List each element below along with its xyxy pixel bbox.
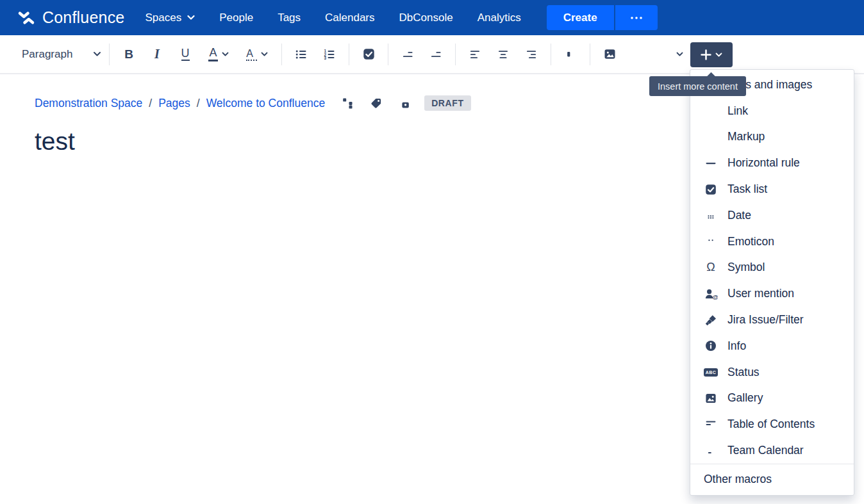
outdent-icon — [401, 48, 414, 61]
text-color-dropdown[interactable]: A — [199, 42, 238, 67]
insert-link-button[interactable] — [624, 42, 652, 67]
more-formatting-icon: A — [246, 47, 257, 61]
editor-toolbar: Paragraph B I U A A 1 2 3 — [0, 35, 864, 74]
numbered-list-button[interactable]: 1 2 3 — [315, 42, 344, 67]
menu-item-table-of-contents[interactable]: Table of Contents — [690, 411, 854, 437]
page-layout-icon — [564, 47, 577, 61]
markup-icon — [704, 131, 718, 143]
redo-icon — [776, 49, 791, 60]
chevron-down-icon — [261, 52, 268, 57]
menu-item-gallery[interactable]: Gallery — [690, 386, 854, 412]
toolbar-divider — [455, 44, 456, 65]
menu-item-info[interactable]: Info — [690, 333, 854, 359]
breadcrumb-space-link[interactable]: Demonstration Space — [35, 97, 142, 110]
menu-item-label: Status — [727, 366, 760, 379]
menu-item-label: Horizontal rule — [727, 156, 800, 170]
nav-item-label: Spaces — [145, 12, 181, 24]
chevron-down-icon — [715, 53, 722, 58]
underline-icon: U — [181, 47, 190, 61]
create-button[interactable]: Create — [547, 5, 614, 30]
insert-table-dropdown[interactable] — [652, 42, 690, 67]
align-left-button[interactable] — [461, 42, 489, 67]
unlock-icon[interactable] — [399, 97, 411, 110]
chevron-down-icon — [222, 52, 229, 57]
confluence-home-link[interactable]: Confluence — [17, 8, 124, 28]
menu-item-team-calendar[interactable]: Team Calendar — [690, 437, 854, 464]
info-icon — [704, 339, 718, 352]
insert-image-button[interactable] — [595, 42, 624, 67]
table-icon — [659, 47, 672, 61]
align-right-button[interactable] — [517, 42, 545, 67]
page-tree-icon[interactable] — [342, 97, 354, 110]
italic-button[interactable]: I — [143, 42, 171, 67]
emoticon-icon — [704, 235, 718, 248]
symbol-omega-icon: Ω — [704, 261, 718, 274]
menu-item-task-list[interactable]: Task list — [690, 176, 854, 202]
toolbar-divider — [590, 44, 590, 65]
confluence-logo-icon — [17, 8, 36, 28]
insert-more-content-tooltip: Insert more content — [649, 76, 746, 96]
plus-icon — [701, 49, 711, 60]
menu-item-symbol[interactable]: Ω Symbol — [690, 255, 854, 281]
undo-button[interactable] — [740, 42, 768, 67]
menu-item-emoticon[interactable]: Emoticon — [690, 229, 854, 255]
menu-item-label: Info — [727, 339, 746, 353]
menu-item-horizontal-rule[interactable]: Horizontal rule — [690, 150, 854, 176]
svg-text:3: 3 — [324, 56, 327, 60]
outdent-button[interactable] — [394, 42, 422, 67]
menu-item-label: Table of Contents — [727, 418, 815, 431]
bold-button[interactable]: B — [115, 42, 143, 67]
paragraph-style-dropdown[interactable]: Paragraph — [19, 42, 104, 67]
more-formatting-dropdown[interactable]: A — [238, 42, 276, 67]
bullet-list-icon — [295, 48, 308, 61]
menu-item-label: Task list — [727, 183, 767, 196]
menu-item-jira-issue-filter[interactable]: Jira Issue/Filter — [690, 307, 854, 333]
nav-more-button[interactable] — [615, 5, 658, 30]
toolbar-divider — [388, 44, 388, 65]
toolbar-divider — [551, 44, 551, 65]
menu-item-label: Link — [727, 104, 748, 118]
underline-button[interactable]: U — [171, 42, 199, 67]
toolbar-divider — [109, 44, 110, 65]
nav-item-spaces[interactable]: Spaces — [145, 12, 195, 24]
draft-status-badge: DRAFT — [424, 95, 470, 111]
other-macros-link[interactable]: Other macros — [690, 464, 854, 495]
menu-item-markup[interactable]: Markup — [690, 124, 854, 150]
align-center-button[interactable] — [489, 42, 517, 67]
nav-item-analytics[interactable]: Analytics — [478, 12, 521, 24]
align-right-icon — [525, 48, 538, 61]
indent-button[interactable] — [422, 42, 450, 67]
insert-more-content-button[interactable] — [690, 42, 733, 67]
align-center-icon — [497, 48, 510, 61]
nav-item-people[interactable]: People — [219, 12, 253, 24]
menu-item-user-mention[interactable]: @ User mention — [690, 280, 854, 307]
top-navigation: Confluence Spaces People Tags Calendars … — [0, 0, 864, 35]
breadcrumb-separator: / — [149, 97, 152, 110]
breadcrumb-pages-link[interactable]: Pages — [158, 97, 190, 110]
menu-item-status[interactable]: ABC Status — [690, 359, 854, 386]
redo-button[interactable] — [769, 42, 797, 67]
labels-tag-icon[interactable] — [370, 97, 383, 110]
menu-item-date[interactable]: Date — [690, 202, 854, 229]
brand-name: Confluence — [42, 8, 124, 27]
menu-item-link[interactable]: Link — [690, 98, 854, 124]
task-list-icon — [704, 183, 718, 196]
task-list-button[interactable] — [354, 42, 383, 67]
nav-item-tags[interactable]: Tags — [278, 12, 301, 24]
text-color-icon: A — [208, 47, 217, 61]
team-calendar-icon — [704, 444, 718, 457]
page-layout-button[interactable] — [556, 42, 585, 67]
nav-links: Spaces People Tags Calendars DbConsole A… — [145, 12, 520, 24]
chevron-down-icon — [93, 51, 101, 57]
menu-item-label: User mention — [727, 287, 794, 300]
breadcrumb-page-link[interactable]: Welcome to Confluence — [206, 97, 325, 110]
bold-icon: B — [124, 47, 133, 61]
bullet-list-button[interactable] — [287, 42, 315, 67]
chevron-down-icon — [676, 52, 683, 57]
menu-item-label: Gallery — [727, 391, 763, 405]
chevron-down-icon — [187, 15, 195, 20]
nav-item-dbconsole[interactable]: DbConsole — [399, 12, 453, 24]
horizontal-rule-icon — [704, 157, 718, 170]
nav-item-calendars[interactable]: Calendars — [325, 12, 375, 24]
page-title-input[interactable]: test — [35, 127, 75, 156]
